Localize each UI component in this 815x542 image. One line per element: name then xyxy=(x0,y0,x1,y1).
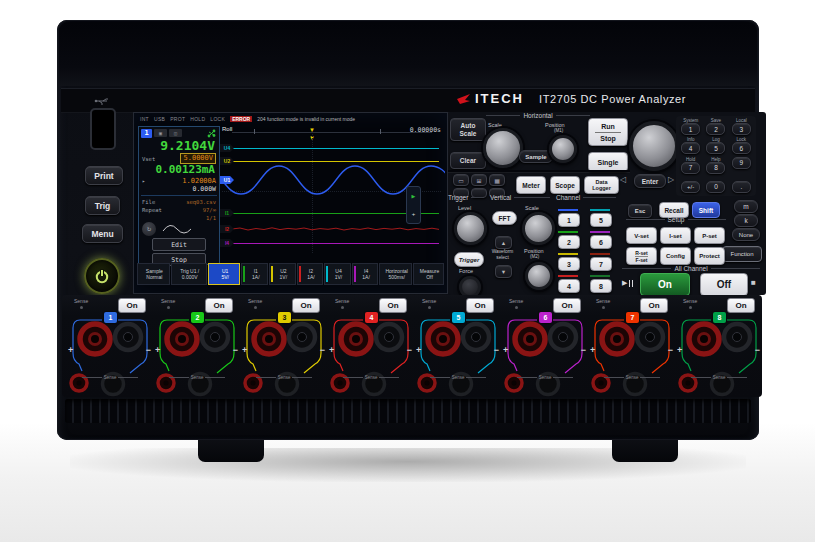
channel-tab[interactable]: 1 xyxy=(141,129,152,138)
none-unit-button[interactable]: None xyxy=(732,228,760,241)
run-stop-button[interactable]: Run Stop xyxy=(588,118,628,146)
single-button[interactable]: Single xyxy=(588,152,628,172)
channel-2-button[interactable]: 2 xyxy=(558,235,580,249)
key-0[interactable]: 0 xyxy=(706,181,725,193)
sample-mode-chip[interactable]: SampleNormal xyxy=(137,263,170,285)
config-button[interactable]: Config xyxy=(660,247,691,265)
all-channel-off-button[interactable]: Off xyxy=(700,273,748,296)
ch5-jacks[interactable] xyxy=(416,317,500,397)
horizontal-sample-button[interactable]: Sample xyxy=(519,150,553,163)
all-channel-on-button[interactable]: On xyxy=(640,273,690,296)
meter-button[interactable]: Meter xyxy=(516,176,546,194)
auto-scale-button[interactable]: AutoScale xyxy=(450,118,486,141)
status-flag: LOCK xyxy=(210,116,225,122)
usb-port[interactable] xyxy=(90,108,116,150)
ch2-on-button[interactable]: On xyxy=(205,298,233,313)
ch4-jacks[interactable] xyxy=(329,317,413,397)
i1-scale-chip[interactable]: I11A/ xyxy=(241,263,268,285)
p-set-button[interactable]: P-set xyxy=(694,227,725,244)
u1-scale-chip[interactable]: U15V/ xyxy=(208,263,241,285)
key-3[interactable]: 3 xyxy=(732,123,751,135)
waveform-up-icon[interactable]: ▲ xyxy=(495,236,512,249)
key-7[interactable]: 7 xyxy=(681,162,700,174)
key-2[interactable]: 2 xyxy=(706,123,725,135)
scope-button[interactable]: Scope xyxy=(550,176,580,194)
trigger-button[interactable]: Trigger xyxy=(454,252,484,267)
lcd-screen[interactable]: INT USB PROT HOLD LOCK ERROR 204 functio… xyxy=(133,112,448,294)
enter-button[interactable]: Enter xyxy=(634,174,666,188)
arrow-left-icon[interactable]: ◁ xyxy=(620,175,626,184)
waveform-select-label: Waveformselect xyxy=(486,249,519,261)
ch3-on-button[interactable]: On xyxy=(292,298,320,313)
data-logger-button[interactable]: DataLogger xyxy=(584,176,619,194)
trigger-level-knob[interactable] xyxy=(454,212,487,245)
horizontal-position-knob[interactable] xyxy=(549,135,577,163)
ch7-jacks[interactable] xyxy=(590,317,674,397)
kilo-button[interactable]: k xyxy=(734,214,758,227)
v-set-button[interactable]: V-set xyxy=(626,227,657,244)
key-4[interactable]: 4 xyxy=(681,142,700,154)
view-grid-icon[interactable]: ▦ xyxy=(489,174,505,186)
ch8-on-button[interactable]: On xyxy=(727,298,755,313)
key-5[interactable]: 5 xyxy=(706,142,725,154)
u4-scale-chip[interactable]: U41V/ xyxy=(324,263,351,285)
trig-button[interactable]: Trig xyxy=(85,196,120,215)
measure-chip[interactable]: MeasureOff xyxy=(413,263,444,285)
ch6-on-button[interactable]: On xyxy=(553,298,581,313)
waveform-area[interactable]: Roll 0.00000s ▼ ▼ U4 U2 U1 xyxy=(220,126,445,257)
key-1[interactable]: 1 xyxy=(681,123,700,135)
r-set-f-set-button[interactable]: R-set F-set xyxy=(626,247,657,265)
ch4-on-button[interactable]: On xyxy=(379,298,407,313)
channel-3-button[interactable]: 3 xyxy=(558,257,580,271)
horizontal-scale-knob[interactable] xyxy=(483,128,523,168)
key-dot[interactable]: . xyxy=(732,181,751,193)
print-button[interactable]: Print xyxy=(85,166,123,185)
key-plus-minus[interactable]: +/- xyxy=(681,181,700,193)
channel1-panel[interactable]: 1 ▣ ◫ 9.2104V Vset 5.0000V 0.00123mA xyxy=(138,126,220,265)
vertical-scale-knob[interactable] xyxy=(522,212,555,245)
ch8-jacks[interactable] xyxy=(677,317,761,397)
power-button[interactable] xyxy=(84,258,120,294)
i-set-button[interactable]: I-set xyxy=(660,227,691,244)
u2-scale-chip[interactable]: U21V/ xyxy=(269,263,296,285)
view-quad-icon[interactable]: ⊞ xyxy=(471,174,487,186)
channel-8-button[interactable]: 8 xyxy=(590,279,612,293)
arrow-right-icon[interactable]: ▷ xyxy=(668,175,674,184)
edit-button[interactable]: Edit xyxy=(152,238,206,251)
vertical-position-knob[interactable] xyxy=(525,262,553,290)
rotary-knob[interactable] xyxy=(629,121,679,171)
horizontal-chip[interactable]: Horizontal500ms/ xyxy=(379,263,412,285)
trigger-info-chip[interactable]: Trig U1 /0.000V xyxy=(171,263,207,285)
menu-button[interactable]: Menu xyxy=(82,224,123,243)
function-button[interactable]: Function xyxy=(722,246,762,262)
key-6[interactable]: 6 xyxy=(732,142,751,154)
ch2-jacks[interactable] xyxy=(155,317,239,397)
i2-scale-chip[interactable]: I21A/ xyxy=(297,263,324,285)
clear-button[interactable]: Clear xyxy=(450,152,486,169)
ch7-on-button[interactable]: On xyxy=(640,298,668,313)
key-8[interactable]: 8 xyxy=(706,162,725,174)
loop-icon[interactable]: ↻ xyxy=(142,222,156,236)
channel-1-button[interactable]: 1 xyxy=(558,213,580,227)
fft-button[interactable]: FFT xyxy=(492,211,517,225)
ch6-jacks[interactable] xyxy=(503,317,587,397)
key-9[interactable]: 9 xyxy=(732,157,751,169)
channel-5-button[interactable]: 5 xyxy=(590,213,612,227)
trace-i2-noise xyxy=(232,228,439,230)
channel-4-button[interactable]: 4 xyxy=(558,279,580,293)
i4-scale-chip[interactable]: I41A/ xyxy=(352,263,379,285)
waveform-down-icon[interactable]: ▼ xyxy=(495,265,512,278)
ch5-on-button[interactable]: On xyxy=(466,298,494,313)
milli-button[interactable]: m xyxy=(734,200,758,213)
protect-button[interactable]: Protect xyxy=(694,247,725,265)
status-flag: HOLD xyxy=(190,116,205,122)
view-single-icon[interactable]: ▭ xyxy=(453,174,469,186)
divider xyxy=(141,195,217,196)
ch1-on-button[interactable]: On xyxy=(118,298,146,313)
scope-side-toolbar[interactable]: ▶ + xyxy=(406,186,421,224)
channel-7-button[interactable]: 7 xyxy=(590,257,612,271)
iset-value[interactable]: 1.02000A xyxy=(182,177,216,185)
channel-6-button[interactable]: 6 xyxy=(590,235,612,249)
ch3-jacks[interactable] xyxy=(242,317,326,397)
ch1-jacks[interactable] xyxy=(68,317,152,397)
